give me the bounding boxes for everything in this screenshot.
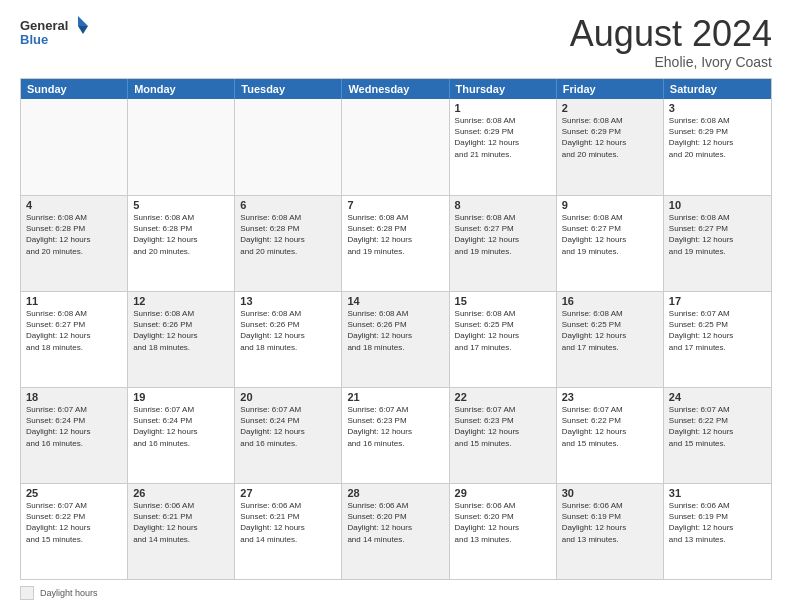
day-cell-2: 2Sunrise: 6:08 AM Sunset: 6:29 PM Daylig… [557,99,664,195]
day-number: 15 [455,295,551,307]
calendar-week-5: 25Sunrise: 6:07 AM Sunset: 6:22 PM Dayli… [21,483,771,579]
svg-text:General: General [20,18,68,33]
day-info: Sunrise: 6:08 AM Sunset: 6:25 PM Dayligh… [455,308,551,353]
day-number: 5 [133,199,229,211]
day-cell-11: 11Sunrise: 6:08 AM Sunset: 6:27 PM Dayli… [21,292,128,387]
day-info: Sunrise: 6:07 AM Sunset: 6:24 PM Dayligh… [133,404,229,449]
svg-text:Blue: Blue [20,32,48,47]
day-cell-6: 6Sunrise: 6:08 AM Sunset: 6:28 PM Daylig… [235,196,342,291]
day-cell-22: 22Sunrise: 6:07 AM Sunset: 6:23 PM Dayli… [450,388,557,483]
day-cell-26: 26Sunrise: 6:06 AM Sunset: 6:21 PM Dayli… [128,484,235,579]
day-info: Sunrise: 6:08 AM Sunset: 6:27 PM Dayligh… [562,212,658,257]
day-cell-15: 15Sunrise: 6:08 AM Sunset: 6:25 PM Dayli… [450,292,557,387]
empty-cell [128,99,235,195]
day-info: Sunrise: 6:08 AM Sunset: 6:29 PM Dayligh… [455,115,551,160]
day-cell-1: 1Sunrise: 6:08 AM Sunset: 6:29 PM Daylig… [450,99,557,195]
day-info: Sunrise: 6:08 AM Sunset: 6:28 PM Dayligh… [133,212,229,257]
svg-marker-2 [78,16,88,26]
day-number: 20 [240,391,336,403]
day-number: 26 [133,487,229,499]
day-info: Sunrise: 6:06 AM Sunset: 6:21 PM Dayligh… [133,500,229,545]
calendar-body: 1Sunrise: 6:08 AM Sunset: 6:29 PM Daylig… [21,99,771,579]
legend-label: Daylight hours [40,588,98,598]
title-month: August 2024 [570,16,772,52]
header-monday: Monday [128,79,235,99]
day-info: Sunrise: 6:06 AM Sunset: 6:21 PM Dayligh… [240,500,336,545]
day-number: 9 [562,199,658,211]
day-info: Sunrise: 6:07 AM Sunset: 6:22 PM Dayligh… [562,404,658,449]
day-info: Sunrise: 6:08 AM Sunset: 6:27 PM Dayligh… [26,308,122,353]
calendar-week-1: 1Sunrise: 6:08 AM Sunset: 6:29 PM Daylig… [21,99,771,195]
day-info: Sunrise: 6:08 AM Sunset: 6:25 PM Dayligh… [562,308,658,353]
day-info: Sunrise: 6:07 AM Sunset: 6:24 PM Dayligh… [240,404,336,449]
footer: Daylight hours [20,586,772,600]
day-cell-3: 3Sunrise: 6:08 AM Sunset: 6:29 PM Daylig… [664,99,771,195]
svg-marker-3 [78,26,88,34]
day-number: 4 [26,199,122,211]
day-cell-25: 25Sunrise: 6:07 AM Sunset: 6:22 PM Dayli… [21,484,128,579]
day-info: Sunrise: 6:06 AM Sunset: 6:19 PM Dayligh… [669,500,766,545]
header: GeneralBlue August 2024 Eholie, Ivory Co… [20,16,772,70]
day-cell-13: 13Sunrise: 6:08 AM Sunset: 6:26 PM Dayli… [235,292,342,387]
day-cell-16: 16Sunrise: 6:08 AM Sunset: 6:25 PM Dayli… [557,292,664,387]
day-number: 3 [669,102,766,114]
day-info: Sunrise: 6:06 AM Sunset: 6:20 PM Dayligh… [455,500,551,545]
day-number: 24 [669,391,766,403]
header-friday: Friday [557,79,664,99]
calendar-week-3: 11Sunrise: 6:08 AM Sunset: 6:27 PM Dayli… [21,291,771,387]
logo-icon: GeneralBlue [20,16,100,52]
day-info: Sunrise: 6:08 AM Sunset: 6:27 PM Dayligh… [669,212,766,257]
day-cell-19: 19Sunrise: 6:07 AM Sunset: 6:24 PM Dayli… [128,388,235,483]
logo: GeneralBlue [20,16,100,52]
day-info: Sunrise: 6:07 AM Sunset: 6:23 PM Dayligh… [455,404,551,449]
day-info: Sunrise: 6:06 AM Sunset: 6:19 PM Dayligh… [562,500,658,545]
day-number: 25 [26,487,122,499]
day-number: 13 [240,295,336,307]
day-number: 16 [562,295,658,307]
day-number: 29 [455,487,551,499]
day-info: Sunrise: 6:08 AM Sunset: 6:28 PM Dayligh… [240,212,336,257]
day-cell-29: 29Sunrise: 6:06 AM Sunset: 6:20 PM Dayli… [450,484,557,579]
day-number: 1 [455,102,551,114]
day-number: 17 [669,295,766,307]
day-cell-14: 14Sunrise: 6:08 AM Sunset: 6:26 PM Dayli… [342,292,449,387]
day-info: Sunrise: 6:08 AM Sunset: 6:29 PM Dayligh… [562,115,658,160]
day-number: 30 [562,487,658,499]
day-number: 11 [26,295,122,307]
day-cell-20: 20Sunrise: 6:07 AM Sunset: 6:24 PM Dayli… [235,388,342,483]
day-info: Sunrise: 6:08 AM Sunset: 6:26 PM Dayligh… [347,308,443,353]
day-number: 22 [455,391,551,403]
title-block: August 2024 Eholie, Ivory Coast [570,16,772,70]
day-cell-8: 8Sunrise: 6:08 AM Sunset: 6:27 PM Daylig… [450,196,557,291]
day-cell-23: 23Sunrise: 6:07 AM Sunset: 6:22 PM Dayli… [557,388,664,483]
day-number: 6 [240,199,336,211]
day-cell-18: 18Sunrise: 6:07 AM Sunset: 6:24 PM Dayli… [21,388,128,483]
day-info: Sunrise: 6:06 AM Sunset: 6:20 PM Dayligh… [347,500,443,545]
calendar-header: Sunday Monday Tuesday Wednesday Thursday… [21,79,771,99]
day-cell-12: 12Sunrise: 6:08 AM Sunset: 6:26 PM Dayli… [128,292,235,387]
day-info: Sunrise: 6:08 AM Sunset: 6:28 PM Dayligh… [347,212,443,257]
day-info: Sunrise: 6:07 AM Sunset: 6:24 PM Dayligh… [26,404,122,449]
day-cell-27: 27Sunrise: 6:06 AM Sunset: 6:21 PM Dayli… [235,484,342,579]
day-info: Sunrise: 6:07 AM Sunset: 6:22 PM Dayligh… [26,500,122,545]
day-number: 28 [347,487,443,499]
title-location: Eholie, Ivory Coast [570,54,772,70]
empty-cell [342,99,449,195]
day-info: Sunrise: 6:08 AM Sunset: 6:29 PM Dayligh… [669,115,766,160]
day-info: Sunrise: 6:07 AM Sunset: 6:25 PM Dayligh… [669,308,766,353]
day-cell-21: 21Sunrise: 6:07 AM Sunset: 6:23 PM Dayli… [342,388,449,483]
header-wednesday: Wednesday [342,79,449,99]
day-info: Sunrise: 6:08 AM Sunset: 6:26 PM Dayligh… [133,308,229,353]
day-number: 12 [133,295,229,307]
day-number: 31 [669,487,766,499]
day-number: 21 [347,391,443,403]
day-cell-30: 30Sunrise: 6:06 AM Sunset: 6:19 PM Dayli… [557,484,664,579]
empty-cell [235,99,342,195]
day-number: 14 [347,295,443,307]
calendar: Sunday Monday Tuesday Wednesday Thursday… [20,78,772,580]
header-thursday: Thursday [450,79,557,99]
day-number: 18 [26,391,122,403]
page: GeneralBlue August 2024 Eholie, Ivory Co… [0,0,792,612]
day-number: 27 [240,487,336,499]
day-number: 2 [562,102,658,114]
